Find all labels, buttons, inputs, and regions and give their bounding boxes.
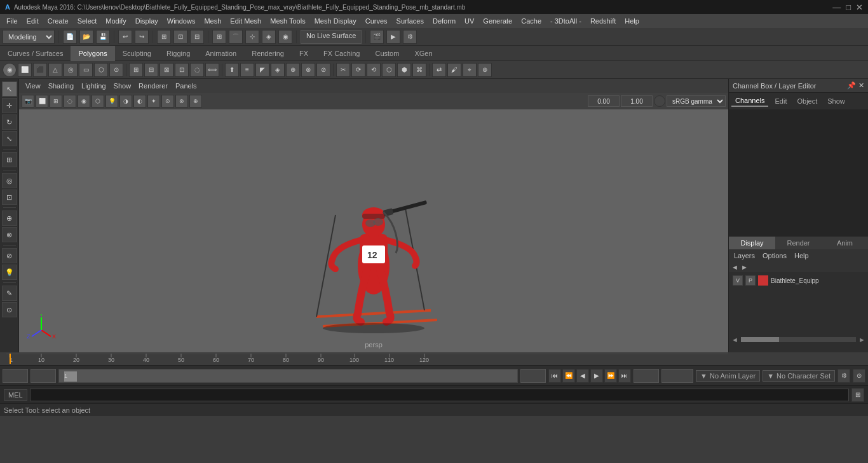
torus-icon[interactable]: ◎ <box>64 63 78 77</box>
tab-sculpting[interactable]: Sculpting <box>115 46 159 61</box>
viewport-menu-shading[interactable]: Shading <box>46 82 76 90</box>
tab-fx[interactable]: FX <box>292 46 316 61</box>
viewport-menu-panels[interactable]: Panels <box>173 82 200 90</box>
menu-generate[interactable]: Generate <box>479 16 516 26</box>
play-back-btn[interactable]: ◀ <box>576 369 589 383</box>
tool6-icon[interactable]: ⌘ <box>412 63 426 77</box>
cylinder-icon[interactable]: ⬛ <box>33 63 47 77</box>
cube-icon[interactable]: ⬜ <box>18 63 32 77</box>
snap-grid-icon[interactable]: ⊞ <box>212 30 226 44</box>
select-icon[interactable]: ⊞ <box>157 30 171 44</box>
tool2-icon[interactable]: ⟳ <box>351 63 365 77</box>
undo-icon[interactable]: ↩ <box>118 30 132 44</box>
no-live-surface-btn[interactable]: No Live Surface <box>301 30 362 44</box>
retopo-icon[interactable]: ⊛ <box>478 63 492 77</box>
transform-tool-icon[interactable]: ⊞ <box>2 152 17 167</box>
select-tool-icon[interactable]: ↖ <box>2 81 17 97</box>
display-tab[interactable]: Display <box>729 237 775 249</box>
menu-redshift[interactable]: Redshift <box>587 16 620 26</box>
tab-rendering[interactable]: Rendering <box>244 46 292 61</box>
new-scene-icon[interactable]: 📄 <box>63 30 77 44</box>
lasso-icon[interactable]: ⊡ <box>173 30 187 44</box>
menu-help[interactable]: Help <box>621 16 643 26</box>
render-icon[interactable]: 🎬 <box>370 30 384 44</box>
prev-frame-btn[interactable]: ⏪ <box>562 369 575 383</box>
tab-fx-caching[interactable]: FX Caching <box>316 46 367 61</box>
channels-tab[interactable]: Channels <box>731 95 768 107</box>
soft-select-icon[interactable]: ◎ <box>2 173 17 188</box>
tab-curves-surfaces[interactable]: Curves / Surfaces <box>0 46 71 61</box>
vp-shadow-icon[interactable]: ◑ <box>119 95 132 107</box>
vp-wireframe-icon[interactable]: ◌ <box>64 95 76 107</box>
vp-grid-icon[interactable]: ⊞ <box>50 95 62 107</box>
menu-3dtall[interactable]: - 3DtoAll - <box>546 16 585 26</box>
range-end-input[interactable]: 120 <box>520 369 546 383</box>
wedge-icon[interactable]: ◤ <box>255 63 269 77</box>
menu-modify[interactable]: Modify <box>102 16 130 26</box>
vp-texture-icon[interactable]: ⬡ <box>92 95 104 107</box>
plane-icon[interactable]: ▭ <box>79 63 93 77</box>
coord-x-input[interactable]: 0.00 <box>588 95 620 107</box>
vp-dof-icon[interactable]: ⊗ <box>175 95 188 107</box>
no-char-set-btn[interactable]: ▼ No Character Set <box>763 370 835 382</box>
camera-icon[interactable]: ⊘ <box>2 248 17 263</box>
options-tab-btn[interactable]: Options <box>760 251 789 260</box>
viewport-menu-renderer[interactable]: Renderer <box>136 82 170 90</box>
scroll-left-icon[interactable]: ◄ <box>731 336 738 343</box>
disc-icon[interactable]: ⬡ <box>94 63 108 77</box>
menu-file[interactable]: File <box>3 16 22 26</box>
save-scene-icon[interactable]: 💾 <box>96 30 110 44</box>
tool4-icon[interactable]: ⬡ <box>382 63 396 77</box>
symm-icon[interactable]: ⌖ <box>463 63 477 77</box>
menu-edit-mesh[interactable]: Edit Mesh <box>226 16 265 26</box>
snap-point-icon[interactable]: ⊹ <box>245 30 259 44</box>
pose-icon[interactable]: ⊙ <box>2 302 17 317</box>
viewport[interactable]: View Shading Lighting Show Renderer Pane… <box>19 79 728 352</box>
sphere-icon[interactable]: ◉ <box>3 63 17 77</box>
tab-xgen[interactable]: XGen <box>407 46 440 61</box>
tool1-icon[interactable]: ✂ <box>336 63 350 77</box>
mode-selector[interactable]: Modeling Rigging Animation FX Rendering … <box>3 30 55 44</box>
offset-icon[interactable]: ⊘ <box>316 63 330 77</box>
panel-pin-icon[interactable]: 📌 <box>847 81 856 90</box>
mirror-icon[interactable]: ⟺ <box>205 63 219 77</box>
snap-view-icon[interactable]: ◉ <box>278 30 292 44</box>
menu-select[interactable]: Select <box>74 16 101 26</box>
layer-visibility-btn[interactable]: V <box>733 275 743 286</box>
extract-icon[interactable]: ⊠ <box>159 63 173 77</box>
minimize-button[interactable]: — <box>832 3 841 12</box>
menu-mesh-display[interactable]: Mesh Display <box>311 16 360 26</box>
menu-display[interactable]: Display <box>132 16 162 26</box>
command-input[interactable] <box>30 389 849 401</box>
cmd-settings-icon[interactable]: ⊞ <box>851 388 864 402</box>
snap2-icon[interactable]: ⊗ <box>2 227 17 242</box>
menu-edit[interactable]: Edit <box>23 16 43 26</box>
titlebar-right[interactable]: — □ ✕ <box>832 3 863 12</box>
paint2-icon[interactable]: 🖌 <box>447 63 461 77</box>
tab-rigging[interactable]: Rigging <box>159 46 198 61</box>
go-start-btn[interactable]: ⏮ <box>548 369 561 383</box>
panel-close-icon[interactable]: ✕ <box>858 81 864 90</box>
tab-animation[interactable]: Animation <box>198 46 244 61</box>
menu-windows[interactable]: Windows <box>163 16 200 26</box>
layer-name[interactable]: Biathlete_Equipp <box>771 277 819 284</box>
object-tab[interactable]: Object <box>793 96 821 106</box>
next-frame-btn[interactable]: ⏩ <box>604 369 617 383</box>
vp-select-icon[interactable]: ⬜ <box>36 95 48 107</box>
total-end-input[interactable]: 120 <box>634 369 659 383</box>
menu-mesh[interactable]: Mesh <box>200 16 225 26</box>
tool5-icon[interactable]: ⬢ <box>397 63 411 77</box>
menu-mesh-tools[interactable]: Mesh Tools <box>266 16 309 26</box>
layer-playback-btn[interactable]: P <box>745 275 756 286</box>
layer-scroll-left-icon[interactable]: ◄ <box>731 263 738 271</box>
vp-isolate-icon[interactable]: ⊙ <box>161 95 174 107</box>
viewport-menu-view[interactable]: View <box>23 82 43 90</box>
insert-icon[interactable]: ⊗ <box>301 63 315 77</box>
light-icon[interactable]: 💡 <box>2 265 17 280</box>
go-end-btn[interactable]: ⏭ <box>618 369 631 383</box>
smooth-icon[interactable]: ◌ <box>190 63 204 77</box>
combine-icon[interactable]: ⊞ <box>129 63 143 77</box>
pipe-icon[interactable]: ⊙ <box>109 63 123 77</box>
redo-icon[interactable]: ↪ <box>135 30 149 44</box>
vp-smooth-icon[interactable]: ◉ <box>78 95 90 107</box>
